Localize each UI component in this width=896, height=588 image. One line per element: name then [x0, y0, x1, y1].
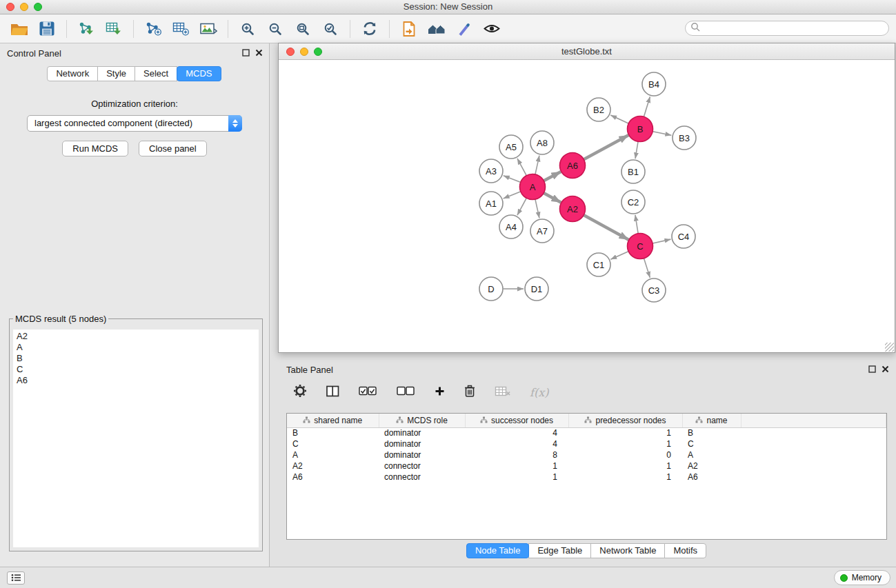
network-zoom-icon[interactable]: [314, 48, 322, 56]
column-header-name[interactable]: name: [682, 414, 741, 427]
graph-node-C1[interactable]: C1: [587, 253, 610, 276]
snapshot-icon[interactable]: [395, 18, 423, 40]
table-row[interactable]: A6connector11A6: [287, 472, 886, 483]
cell-successor-nodes[interactable]: 4: [465, 438, 568, 449]
graph-node-B2[interactable]: B2: [587, 98, 610, 121]
save-icon[interactable]: [33, 18, 61, 40]
graph-edge-B-B3[interactable]: [652, 131, 671, 135]
cell-predecessor-nodes[interactable]: 0: [568, 449, 682, 460]
graph-node-B4[interactable]: B4: [642, 72, 666, 96]
close-table-panel-icon[interactable]: [882, 365, 889, 375]
graph-node-B1[interactable]: B1: [621, 160, 645, 183]
graph-edge-A2-C[interactable]: [583, 214, 628, 239]
column-header-shared-name[interactable]: shared name: [287, 414, 379, 427]
zoom-out-icon[interactable]: [261, 18, 289, 40]
zoom-fit-icon[interactable]: [289, 18, 317, 40]
graph-edge-A-A4[interactable]: [517, 197, 527, 215]
cell-name[interactable]: A2: [682, 460, 741, 472]
import-table-icon[interactable]: [100, 18, 128, 40]
cell-shared-name[interactable]: B: [287, 427, 379, 438]
result-item[interactable]: A: [17, 342, 255, 353]
function-builder-icon[interactable]: f(x): [530, 386, 548, 399]
column-header-mcds-role[interactable]: MCDS role: [379, 414, 465, 427]
graph-edge-A-A5[interactable]: [517, 159, 527, 176]
search-box[interactable]: [685, 21, 889, 36]
table-row[interactable]: A2connector11A2: [287, 460, 886, 472]
run-mcds-button[interactable]: Run MCDS: [62, 141, 128, 156]
delete-row-icon[interactable]: [464, 385, 475, 400]
float-table-panel-icon[interactable]: [868, 365, 876, 375]
graph-node-A5[interactable]: A5: [499, 135, 523, 159]
graph-node-C[interactable]: C: [628, 234, 653, 259]
cell-mcds-role[interactable]: dominator: [379, 427, 465, 438]
graph-node-C4[interactable]: C4: [672, 225, 695, 248]
network-window-titlebar[interactable]: testGlobe.txt: [279, 43, 895, 60]
cell-name[interactable]: A6: [682, 472, 741, 483]
cell-predecessor-nodes[interactable]: 1: [568, 460, 682, 472]
deselect-all-icon[interactable]: [397, 386, 415, 398]
column-header-successor-nodes[interactable]: successor nodes: [465, 414, 568, 427]
graph-edge-A-A7[interactable]: [535, 199, 539, 218]
cell-shared-name[interactable]: A: [287, 449, 379, 460]
cell-successor-nodes[interactable]: 1: [465, 472, 568, 483]
graph-edge-C-C3[interactable]: [644, 258, 650, 278]
refresh-icon[interactable]: [356, 18, 384, 40]
graph-edge-C-C2[interactable]: [635, 215, 638, 234]
cell-mcds-role[interactable]: connector: [379, 472, 465, 483]
resize-grip[interactable]: [885, 343, 894, 352]
graph-edge-B-B1[interactable]: [635, 141, 638, 159]
table-row[interactable]: Adominator80A: [287, 449, 886, 460]
graph-node-C3[interactable]: C3: [642, 278, 666, 302]
style-icon[interactable]: [450, 18, 478, 40]
network-from-selection-icon[interactable]: [139, 18, 167, 40]
graph-edge-C-C1[interactable]: [610, 251, 629, 259]
result-item[interactable]: C: [17, 364, 255, 375]
open-icon[interactable]: [6, 18, 33, 40]
network-minimize-icon[interactable]: [300, 48, 308, 56]
minimize-window-icon[interactable]: [20, 3, 28, 11]
zoom-window-icon[interactable]: [34, 3, 42, 11]
mcds-result-list[interactable]: A2ABCA6: [13, 330, 259, 547]
cell-predecessor-nodes[interactable]: 1: [568, 427, 682, 438]
result-item[interactable]: A6: [17, 375, 255, 386]
cell-predecessor-nodes[interactable]: 1: [568, 472, 682, 483]
tab-node-table[interactable]: Node Table: [466, 543, 530, 558]
float-panel-icon[interactable]: [242, 48, 250, 59]
columns-icon[interactable]: [326, 385, 339, 400]
graph-edge-A6-B[interactable]: [583, 135, 628, 160]
graph-node-A[interactable]: A: [520, 174, 546, 200]
cell-name[interactable]: C: [682, 438, 741, 449]
cell-successor-nodes[interactable]: 8: [465, 449, 568, 460]
criterion-select[interactable]: largest connected component (directed): [27, 115, 242, 132]
graph-edge-A-A1[interactable]: [504, 191, 521, 198]
eye-icon[interactable]: [478, 18, 506, 40]
close-panel-button[interactable]: Close panel: [139, 141, 207, 156]
export-image-icon[interactable]: [195, 18, 222, 40]
cell-name[interactable]: A: [682, 449, 741, 460]
cell-mcds-role[interactable]: dominator: [379, 449, 465, 460]
search-input[interactable]: [703, 23, 888, 33]
graph-edge-C-C4[interactable]: [652, 239, 670, 243]
table-row[interactable]: Bdominator41B: [287, 427, 886, 438]
add-row-icon[interactable]: [435, 386, 445, 399]
home-icon[interactable]: [423, 18, 450, 40]
graph-edge-B-B2[interactable]: [610, 115, 629, 124]
cell-shared-name[interactable]: C: [287, 438, 379, 449]
graph-node-A1[interactable]: A1: [479, 192, 503, 215]
select-all-icon[interactable]: [359, 386, 377, 398]
graph-node-A3[interactable]: A3: [479, 159, 503, 183]
tab-style[interactable]: Style: [97, 66, 135, 81]
tab-edge-table[interactable]: Edge Table: [528, 543, 591, 558]
graph-edge-B-B4[interactable]: [644, 97, 650, 117]
task-history-button[interactable]: [7, 571, 25, 585]
tab-mcds[interactable]: MCDS: [177, 66, 221, 81]
zoom-selected-icon[interactable]: [317, 18, 344, 40]
network-close-icon[interactable]: [286, 48, 295, 56]
tab-select[interactable]: Select: [135, 66, 177, 81]
graph-node-A4[interactable]: A4: [499, 215, 523, 239]
column-header-predecessor-nodes[interactable]: predecessor nodes: [568, 414, 682, 427]
cell-shared-name[interactable]: A2: [287, 460, 379, 472]
tab-network-table[interactable]: Network Table: [590, 543, 665, 558]
result-item[interactable]: B: [17, 353, 255, 364]
close-window-icon[interactable]: [6, 3, 14, 11]
